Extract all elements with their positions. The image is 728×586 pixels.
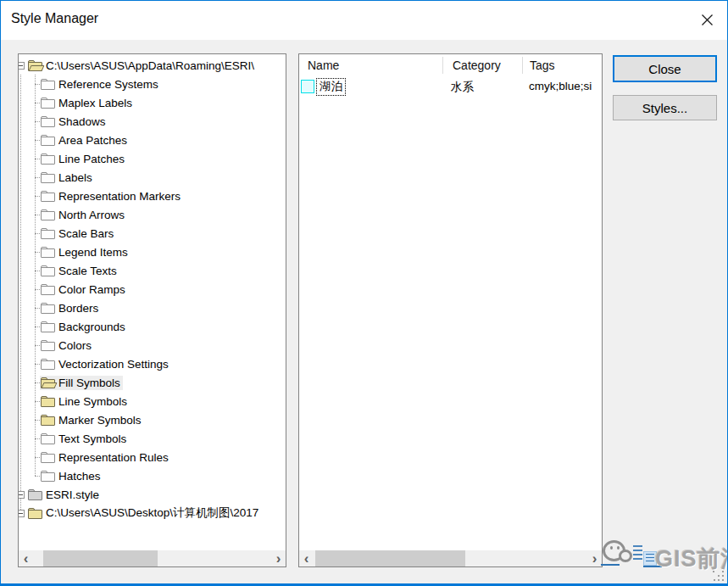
tree-item[interactable]: Vectorization Settings [19, 354, 286, 373]
tree-item[interactable]: C:\Users\ASUS\Desktop\计算机制图\2017 [19, 504, 286, 522]
window-border-accent [1, 583, 727, 585]
tree-item-label: Representation Rules [58, 451, 169, 464]
tree-item[interactable]: Text Symbols [19, 429, 286, 448]
tree-item-label: C:\Users\ASUS\Desktop\计算机制图\2017 [46, 505, 258, 521]
tree-item[interactable]: Area Patches [19, 131, 286, 149]
scroll-left-arrow[interactable]: ‹ [19, 550, 33, 566]
tree-item[interactable]: Fill Symbols [19, 373, 286, 392]
scroll-thumb[interactable] [43, 550, 158, 566]
tree-horizontal-scrollbar[interactable]: ‹ › [19, 550, 286, 566]
tree-item[interactable]: Backgrounds [19, 317, 286, 336]
tree-item[interactable]: Borders [19, 299, 286, 317]
tree-item-label: Shadows [58, 115, 106, 128]
folder-open-icon [28, 59, 42, 72]
fill-symbol-swatch-icon [301, 80, 314, 93]
folder-icon [41, 451, 55, 464]
tree-item-label: Scale Bars [58, 227, 114, 240]
tree-expander-icon[interactable] [19, 62, 25, 70]
tree-item-label: C:\Users\ASUS\AppData\Roaming\ESRI\ [46, 59, 254, 72]
folder-icon [41, 134, 55, 147]
style-tree-panel: C:\Users\ASUS\AppData\Roaming\ESRI\Refer… [18, 53, 286, 567]
folder-icon [41, 115, 55, 128]
watermark-underline [601, 564, 620, 566]
tree-item[interactable]: Scale Texts [19, 261, 286, 280]
folder-icon [41, 78, 55, 91]
tree-item[interactable]: Reference Systems [19, 75, 286, 93]
list-glyph-icon [633, 545, 642, 560]
tree-item[interactable]: Scale Bars [19, 224, 286, 243]
folder-icon [41, 358, 55, 371]
tree-item-label: Reference Systems [58, 78, 158, 91]
tree-expander-icon[interactable] [19, 510, 25, 517]
folder-icon [28, 507, 42, 520]
tree-item-label: Backgrounds [58, 321, 125, 333]
tree-item-label: Color Ramps [58, 283, 125, 296]
folder-icon [41, 339, 55, 352]
tree-item[interactable]: Colors [19, 336, 286, 354]
styles-button[interactable]: Styles... [613, 95, 717, 120]
folder-icon [41, 209, 55, 221]
wechat-bubble-small-icon [619, 550, 632, 562]
tree-item[interactable]: ESRI.style [19, 485, 286, 504]
list-glyph-icon [643, 551, 657, 566]
list-body: 湖泊水系cmyk;blue;si [299, 78, 602, 550]
column-separator[interactable] [522, 57, 523, 74]
tree-item-label: Line Symbols [58, 395, 127, 408]
folder-icon [41, 283, 55, 296]
tree-item-label: Text Symbols [58, 433, 126, 445]
wechat-bubble-icon [603, 540, 625, 561]
tree-expander-icon[interactable] [19, 491, 25, 499]
tree-item[interactable]: North Arrows [19, 205, 286, 224]
window-title: Style Manager [11, 11, 98, 26]
watermark: GIS前沿 [594, 539, 728, 578]
column-header-name[interactable]: Name [308, 54, 339, 77]
tree-item-label: Labels [58, 171, 92, 184]
folder-icon [41, 433, 55, 445]
scroll-thumb[interactable] [315, 550, 465, 566]
tree-item-label: Fill Symbols [58, 377, 120, 389]
column-separator[interactable] [442, 57, 443, 74]
scroll-right-arrow[interactable]: › [271, 550, 286, 566]
folder-open-icon [41, 377, 55, 389]
resize-grip-icon[interactable] [713, 571, 725, 583]
tree-item[interactable]: Line Symbols [19, 392, 286, 410]
tree-item-label: Borders [58, 302, 98, 315]
list-item-name[interactable]: 湖泊 [316, 78, 346, 96]
tree-item[interactable]: Shadows [19, 112, 286, 131]
folder-icon [41, 97, 55, 109]
tree-item-label: Marker Symbols [58, 414, 142, 427]
folder-icon [41, 227, 55, 240]
tree-item-label: Vectorization Settings [58, 358, 169, 371]
column-header-tags[interactable]: Tags [530, 54, 555, 77]
tree-item[interactable]: Legend Items [19, 243, 286, 261]
tree-item[interactable]: Representation Rules [19, 448, 286, 466]
column-header-category[interactable]: Category [453, 54, 501, 77]
titlebar: Style Manager [1, 1, 727, 40]
window-close-button[interactable] [693, 7, 720, 32]
tree-item[interactable]: Maplex Labels [19, 93, 286, 112]
tree-item[interactable]: C:\Users\ASUS\AppData\Roaming\ESRI\ [19, 56, 286, 75]
tree-item[interactable]: Hatches [19, 466, 286, 485]
tree-item[interactable]: Labels [19, 168, 286, 187]
tree-item-label: Legend Items [58, 246, 128, 259]
tree-item-label: Scale Texts [58, 265, 117, 277]
scroll-left-arrow[interactable]: ‹ [299, 550, 314, 566]
list-horizontal-scrollbar[interactable]: ‹ › [299, 550, 602, 566]
tree-item-label: Area Patches [58, 134, 127, 147]
tree-item[interactable]: Line Patches [19, 149, 286, 168]
folder-icon [41, 265, 55, 277]
tree-item-label: Line Patches [58, 153, 125, 165]
tree-item[interactable]: Color Ramps [19, 280, 286, 299]
tree-item[interactable]: Marker Symbols [19, 410, 286, 429]
folder-icon [41, 395, 55, 408]
tree-item-label: Representation Markers [58, 190, 181, 203]
close-button[interactable]: Close [613, 55, 717, 82]
tree-item[interactable]: Representation Markers [19, 187, 286, 205]
tree-item-label: North Arrows [58, 209, 125, 221]
list-row[interactable]: 湖泊水系cmyk;blue;si [299, 78, 602, 96]
scroll-right-arrow[interactable]: › [587, 550, 602, 566]
watermark-text: GIS前沿 [655, 544, 728, 574]
folder-icon [41, 470, 55, 483]
wechat-bubble-eye-icon [617, 546, 620, 550]
tree-item-label: ESRI.style [46, 488, 99, 501]
